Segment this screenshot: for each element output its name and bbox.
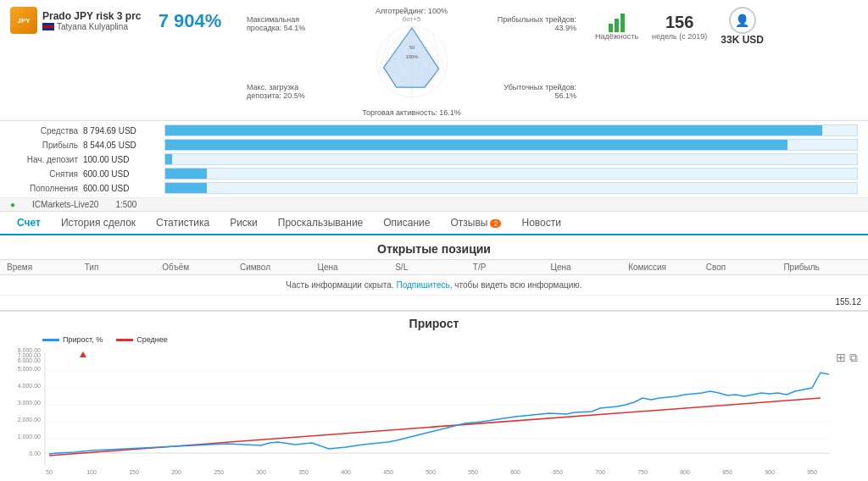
tab-риски[interactable]: Риски: [220, 212, 268, 235]
tab-описание[interactable]: Описание: [373, 212, 440, 235]
tab-история-сделок[interactable]: История сделок: [51, 212, 146, 235]
positions-col-header: Время: [7, 263, 85, 272]
radar-label-topleft: Максимальная просадка: 54.1%: [247, 15, 331, 32]
svg-text:150: 150: [129, 469, 139, 475]
tab-отзывы[interactable]: Отзывы2: [440, 212, 511, 235]
svg-text:9.000.00: 9.000.00: [18, 347, 41, 348]
positions-col-header: Объём: [162, 263, 240, 272]
svg-text:800: 800: [680, 469, 690, 475]
svg-text:50: 50: [409, 45, 415, 50]
weeks-value: 156: [652, 13, 707, 32]
tab-счет[interactable]: Счет: [7, 212, 51, 235]
svg-text:8.000.00: 8.000.00: [18, 347, 41, 353]
svg-text:350: 350: [298, 469, 309, 475]
metric-bar-bg: [164, 168, 858, 180]
radar-label-top-sub: бот+5: [376, 15, 448, 23]
metric-label: Средства: [10, 126, 78, 135]
positions-col-header: T/P: [473, 263, 551, 272]
tabs-bar: СчетИстория сделокСтатистикаРискиПроскал…: [0, 212, 868, 235]
account-info: JPY Prado JPY risk 3 prc Tatyana Kulyapl…: [10, 7, 142, 36]
svg-text:4.000.00: 4.000.00: [18, 383, 41, 389]
link-icon[interactable]: ⧉: [849, 351, 858, 365]
chart-area: 0.00 1.000.00 2.000.00 3.000.00 4.000.00…: [0, 347, 868, 481]
svg-text:6.000.00: 6.000.00: [18, 357, 41, 363]
svg-text:700: 700: [595, 469, 605, 475]
svg-text:850: 850: [722, 469, 732, 475]
metric-value: 600.00 USD: [83, 169, 159, 179]
legend-item: Прирост, %: [42, 335, 103, 344]
chart-legend: Прирост, %Среднее: [0, 335, 868, 347]
legend-label: Среднее: [136, 335, 168, 344]
positions-col-header: Своп: [706, 263, 784, 272]
svg-text:400: 400: [341, 469, 351, 475]
radar-label-bottom: Торговая активность: 16.1%: [362, 108, 461, 117]
positions-notice: Часть информации скрыта. Подпишитесь, чт…: [0, 275, 868, 295]
broker-name: ICMarkets-Live20: [32, 200, 98, 209]
svg-text:5.000.00: 5.000.00: [18, 366, 41, 372]
usd-value: 33K USD: [721, 34, 764, 46]
metric-bar-bg: [164, 182, 858, 194]
positions-notice-link[interactable]: Подпишитесь,: [396, 280, 452, 290]
svg-text:550: 550: [468, 469, 478, 475]
tab-новости[interactable]: Новости: [511, 212, 570, 235]
open-positions-title: Открытые позиции: [0, 235, 868, 259]
chart-title: Прирост: [0, 312, 868, 335]
radar-label-topright: Прибыльных трейдов: 43.9%: [492, 15, 576, 32]
logo-icon: JPY: [10, 7, 37, 34]
chart-controls[interactable]: ⊞ ⧉: [836, 351, 858, 365]
broker-dot: ●: [10, 200, 15, 209]
gain-value: 7 904%: [152, 10, 228, 32]
account-owner: Tatyana Kulyaplina: [57, 22, 128, 31]
metric-bar-fill: [165, 140, 787, 150]
radar-label-top: Алготрейдинг: 100%: [376, 7, 448, 15]
metric-value: 8 794.69 USD: [83, 126, 159, 135]
reliability-label: Надёжность: [595, 32, 638, 41]
positions-notice-rest: чтобы видеть всю информацию.: [454, 280, 581, 290]
grid-icon[interactable]: ⊞: [836, 351, 846, 365]
metric-label: Прибыль: [10, 141, 78, 150]
positions-col-header: Цена: [550, 263, 628, 272]
svg-text:2.000.00: 2.000.00: [18, 417, 41, 423]
metric-bar-bg: [164, 153, 858, 165]
svg-text:950: 950: [807, 469, 817, 475]
svg-text:300: 300: [256, 469, 266, 475]
legend-item: Среднее: [116, 335, 168, 344]
positions-notice-text: Часть информации скрыта.: [286, 280, 393, 290]
metric-row: Средства 8 794.69 USD: [10, 124, 858, 136]
positions-col-header: S/L: [395, 263, 473, 272]
tab-статистика[interactable]: Статистика: [146, 212, 220, 235]
usd-icon: 👤: [729, 7, 756, 34]
open-positions-section: Открытые позиции ВремяТипОбъёмСимволЦена…: [0, 235, 868, 310]
metric-bar-fill: [165, 154, 172, 164]
weeks-label: недель (с 2019): [652, 32, 707, 41]
usd-block: 👤 33K USD: [721, 7, 764, 46]
radar-label-bottomleft: депозита: 20.5%: [247, 91, 305, 100]
positions-col-header: Комиссия: [628, 263, 706, 272]
gain-area: 7 904%: [152, 7, 228, 32]
metric-label: Пополнения: [10, 184, 78, 193]
positions-col-header: Прибыль: [783, 263, 861, 272]
metric-bar-fill: [165, 183, 207, 193]
positions-value: 155.12: [835, 297, 861, 307]
reliability-block: Надёжность: [595, 12, 638, 41]
svg-text:650: 650: [553, 469, 563, 475]
svg-text:100%: 100%: [405, 54, 418, 59]
metric-value: 600.00 USD: [83, 184, 159, 193]
radar-chart: 50 100%: [370, 19, 454, 104]
metric-row: Нач. депозит 100.00 USD: [10, 153, 858, 165]
metric-value: 100.00 USD: [83, 155, 159, 164]
legend-label: Прирост, %: [63, 335, 103, 344]
svg-text:750: 750: [637, 469, 648, 475]
weeks-block: 156 недель (с 2019): [652, 13, 707, 41]
tab-проскальзывание[interactable]: Проскальзывание: [268, 212, 373, 235]
tab-badge: 2: [490, 219, 501, 228]
metric-row: Пополнения 600.00 USD: [10, 182, 858, 194]
chart-section: Прирост Прирост, %Среднее 0.00 1.000.00 …: [0, 310, 868, 481]
radar-label-bottomright: Убыточных трейдов: 56.1%: [492, 83, 576, 100]
growth-chart: 0.00 1.000.00 2.000.00 3.000.00 4.000.00…: [7, 347, 837, 481]
metric-bar-fill: [165, 125, 822, 135]
svg-text:450: 450: [383, 469, 393, 475]
metric-bar-bg: [164, 124, 858, 136]
svg-text:900: 900: [765, 469, 775, 475]
svg-text:600: 600: [510, 469, 520, 475]
